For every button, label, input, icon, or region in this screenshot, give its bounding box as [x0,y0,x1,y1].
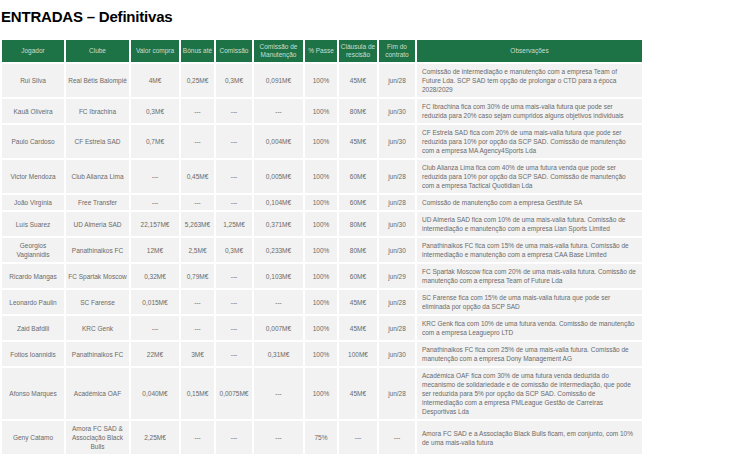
cell-observacoes: UD Almeria SAD fica com 10% de uma mais-… [417,212,642,236]
table-row: Geny Catamo Amora FC SAD & Associação Bl… [2,421,642,454]
cell-comissao-manutencao: 0,103M€ [254,264,303,288]
cell-comissao: 0,0075M€ [216,368,252,419]
cell-comissao: --- [216,125,252,158]
cell-valor-compra: --- [131,160,179,193]
cell-fim-contrato: jun/28 [379,368,415,419]
cell-fim-contrato: jun/28 [379,195,415,210]
cell-clube: SC Farense [66,290,129,314]
cell-fim-contrato: jun/30 [379,212,415,236]
table-row: Ricardo Mangas FC Spartak Moscow 0,32M€ … [2,264,642,288]
cell-fim-contrato: jun/30 [379,125,415,158]
cell-clausula-rescisao: 45M€ [339,368,377,419]
cell-comissao: --- [216,160,252,193]
cell-comissao-manutencao: 0,31M€ [254,342,303,366]
cell-jogador: João Virgínia [2,195,64,210]
cell-comissao: 1,25M€ [216,212,252,236]
column-header-passe: % Passe [305,40,337,62]
cell-clube: FC Ibrachina [66,99,129,123]
cell-clube: FC Spartak Moscow [66,264,129,288]
cell-valor-compra: 22,157M€ [131,212,179,236]
column-header-observacoes: Observações [417,40,642,62]
cell-observacoes: Club Alianza Lima fica com 40% de uma fu… [417,160,642,193]
cell-clube: CF Estrela SAD [66,125,129,158]
cell-clube: Académica OAF [66,368,129,419]
cell-clube: UD Almeria SAD [66,212,129,236]
cell-jogador: Leonardo Paulin [2,290,64,314]
column-header-jogador: Jogador [2,40,64,62]
cell-observacoes: Panathinaikos FC fica com 25% de uma mai… [417,342,642,366]
table-row: Paulo Cardoso CF Estrela SAD 0,7M€ --- -… [2,125,642,158]
cell-fim-contrato: jun/30 [379,342,415,366]
cell-bonus-ate: 0,79M€ [181,264,214,288]
cell-fim-contrato: jun/28 [379,290,415,314]
cell-clube: Free Transfer [66,195,129,210]
cell-clausula-rescisao: 80M€ [339,238,377,262]
cell-comissao-manutencao: --- [254,99,303,123]
cell-observacoes: FC Spartak Moscow fica com 20% de uma ma… [417,264,642,288]
cell-passe: 100% [305,238,337,262]
cell-valor-compra: 4M€ [131,64,179,97]
cell-valor-compra: 22M€ [131,342,179,366]
cell-bonus-ate: --- [181,125,214,158]
column-header-clausula-rescisao: Cláusula de rescisão [339,40,377,62]
cell-clube: Panathinaikos FC [66,238,129,262]
cell-jogador: Victor Mendoza [2,160,64,193]
cell-comissao-manutencao: 0,007M€ [254,316,303,340]
table-row: João Virgínia Free Transfer --- --- --- … [2,195,642,210]
table-row: Georgios Vagiannidis Panathinaikos FC 12… [2,238,642,262]
cell-fim-contrato: jun/28 [379,64,415,97]
cell-passe: 100% [305,212,337,236]
table-row: Rui Silva Real Bétis Balompié 4M€ 0,25M€… [2,64,642,97]
cell-comissao-manutencao: 0,091M€ [254,64,303,97]
cell-valor-compra: 0,7M€ [131,125,179,158]
cell-jogador: Ricardo Mangas [2,264,64,288]
table-row: Afonso Marques Académica OAF 0,040M€ 0,1… [2,368,642,419]
cell-jogador: Georgios Vagiannidis [2,238,64,262]
cell-clube: Panathinaikos FC [66,342,129,366]
table-row: Leonardo Paulin SC Farense 0,015M€ --- -… [2,290,642,314]
cell-bonus-ate: 3M€ [181,342,214,366]
cell-jogador: Fotios Ioannidis [2,342,64,366]
cell-valor-compra: 0,040M€ [131,368,179,419]
cell-jogador: Afonso Marques [2,368,64,419]
cell-passe: 100% [305,316,337,340]
cell-passe: 100% [305,64,337,97]
cell-comissao-manutencao: 0,004M€ [254,125,303,158]
cell-observacoes: Comissão de intermediação e manutenção c… [417,64,642,97]
column-header-comissao: Comissão [216,40,252,62]
cell-comissao-manutencao: 0,104M€ [254,195,303,210]
cell-clube: Real Bétis Balompié [66,64,129,97]
cell-comissao: --- [216,316,252,340]
cell-bonus-ate: --- [181,316,214,340]
cell-clube: Amora FC SAD & Associação Black Bulls [66,421,129,454]
cell-passe: 100% [305,290,337,314]
column-header-comissao-manutencao: Comissão de Manutenção [254,40,303,62]
cell-bonus-ate: --- [181,290,214,314]
column-header-bonus-ate: Bónus até [181,40,214,62]
cell-bonus-ate: 0,25M€ [181,64,214,97]
cell-valor-compra: --- [131,195,179,210]
cell-comissao: --- [216,99,252,123]
cell-jogador: Luís Suarez [2,212,64,236]
cell-observacoes: FC Ibrachina fica com 30% de uma mais-va… [417,99,642,123]
cell-valor-compra: 0,3M€ [131,99,179,123]
table-header-row: Jogador Clube Valor compra Bónus até Com… [2,40,642,62]
cell-comissao-manutencao: --- [254,290,303,314]
cell-clube: Club Alianza Lima [66,160,129,193]
cell-clausula-rescisao: 80M€ [339,99,377,123]
cell-bonus-ate: 0,45M€ [181,160,214,193]
cell-comissao-manutencao: 0,005M€ [254,160,303,193]
cell-bonus-ate: 5,263M€ [181,212,214,236]
cell-comissao-manutencao: 0,233M€ [254,238,303,262]
table-row: Victor Mendoza Club Alianza Lima --- 0,4… [2,160,642,193]
cell-observacoes: CF Estrela SAD fica com 20% de uma mais-… [417,125,642,158]
cell-bonus-ate: --- [181,99,214,123]
page-title: ENTRADAS – Definitivas [0,0,729,25]
cell-passe: 100% [305,368,337,419]
entradas-table: Jogador Clube Valor compra Bónus até Com… [2,40,642,455]
cell-jogador: Rui Silva [2,64,64,97]
cell-comissao: 0,3M€ [216,238,252,262]
table-row: Fotios Ioannidis Panathinaikos FC 22M€ 3… [2,342,642,366]
cell-clausula-rescisao: 60M€ [339,160,377,193]
cell-valor-compra: 0,32M€ [131,264,179,288]
